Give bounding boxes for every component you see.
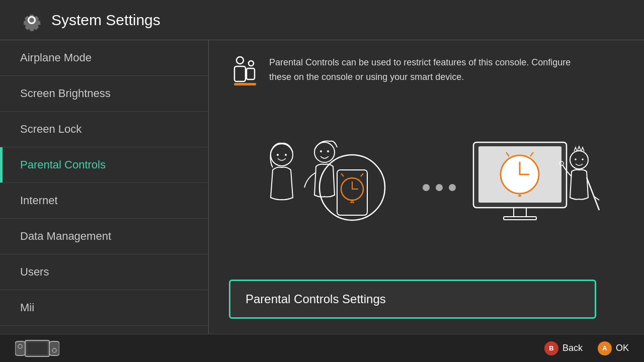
content-description: Parental Controls can be used to restric… <box>229 55 624 90</box>
switch-console-icon <box>15 339 59 357</box>
svg-point-10 <box>320 150 322 152</box>
svg-point-7 <box>277 154 279 156</box>
svg-rect-1 <box>234 66 246 81</box>
description-text: Parental Controls can be used to restric… <box>269 55 581 84</box>
svg-point-11 <box>327 150 329 152</box>
svg-point-0 <box>236 57 244 64</box>
monitor-illustration <box>471 137 602 238</box>
svg-rect-3 <box>247 68 255 79</box>
back-button-hint: B Back <box>544 341 583 355</box>
dot-1 <box>423 184 430 191</box>
dot-3 <box>449 184 456 191</box>
footer: B Back A OK <box>0 334 644 362</box>
footer-right: B Back A OK <box>544 341 629 355</box>
svg-point-21 <box>575 158 577 160</box>
header: System Settings <box>0 0 644 40</box>
svg-point-6 <box>271 144 293 166</box>
sidebar: Airplane Mode Screen Brightness Screen L… <box>0 40 209 334</box>
svg-point-22 <box>582 158 584 160</box>
sidebar-item-data-management[interactable]: Data Management <box>0 219 208 254</box>
sidebar-item-parental-controls[interactable]: Parental Controls <box>0 147 208 183</box>
b-button-icon: B <box>544 341 558 355</box>
sidebar-item-mii[interactable]: Mii <box>0 290 208 326</box>
illustration-area <box>229 106 624 269</box>
gear-icon <box>20 9 43 32</box>
svg-point-20 <box>570 151 588 169</box>
svg-rect-18 <box>514 208 526 217</box>
content-area: Parental Controls can be used to restric… <box>209 40 644 334</box>
sidebar-item-screen-brightness[interactable]: Screen Brightness <box>0 76 208 112</box>
sidebar-item-internet[interactable]: Internet <box>0 183 208 219</box>
ok-button-hint: A OK <box>598 341 629 355</box>
svg-point-2 <box>249 61 254 66</box>
dot-2 <box>436 184 443 191</box>
page-title: System Settings <box>51 12 160 29</box>
parental-controls-settings-button[interactable]: Parental Controls Settings <box>229 280 596 319</box>
a-button-icon: A <box>598 341 612 355</box>
svg-point-8 <box>285 154 287 156</box>
svg-line-23 <box>587 177 599 210</box>
family-illustration <box>252 137 408 238</box>
sidebar-item-airplane-mode[interactable]: Airplane Mode <box>0 40 208 76</box>
pagination-dots <box>418 184 461 191</box>
main-layout: Airplane Mode Screen Brightness Screen L… <box>0 40 644 334</box>
sidebar-item-screen-lock[interactable]: Screen Lock <box>0 112 208 147</box>
svg-rect-29 <box>27 342 47 354</box>
sidebar-item-users[interactable]: Users <box>0 254 208 290</box>
svg-rect-5 <box>234 83 256 85</box>
footer-left <box>15 339 59 357</box>
parental-controls-icon <box>229 55 259 90</box>
svg-rect-19 <box>504 217 536 220</box>
